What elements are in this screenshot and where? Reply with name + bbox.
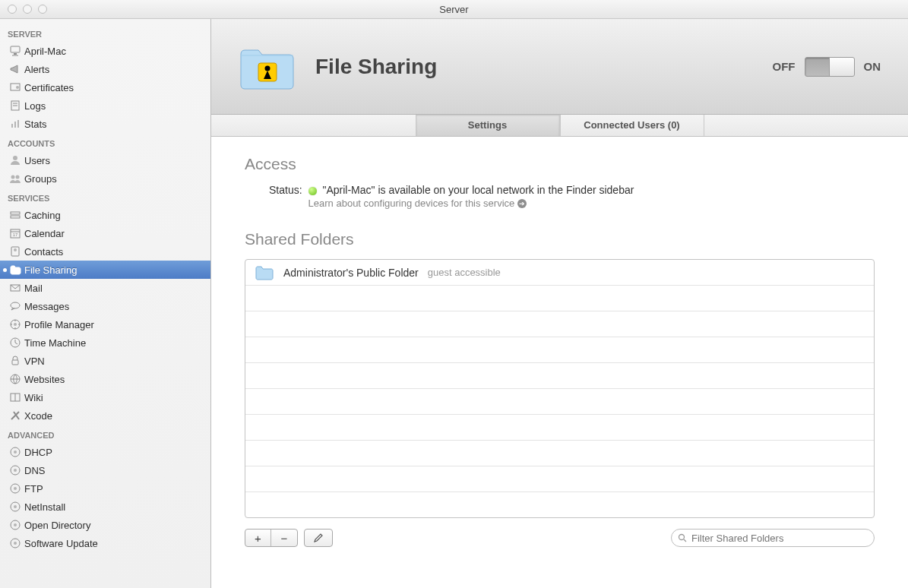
sidebar-item-profile-manager[interactable]: Profile Manager (0, 315, 210, 334)
folder-icon (255, 264, 274, 281)
sidebar-item-software-update[interactable]: Software Update (0, 534, 210, 552)
shared-folder-row-empty[interactable] (245, 492, 874, 517)
sidebar-item-alerts[interactable]: Alerts (0, 60, 210, 78)
sidebar-item-april-mac[interactable]: April-Mac (0, 42, 210, 60)
shared-folder-row-empty[interactable] (245, 363, 874, 389)
shared-folder-row-empty[interactable] (245, 389, 874, 415)
sidebar-item-users[interactable]: Users (0, 151, 210, 169)
content-area: Access Status: "April-Mac" is available … (211, 137, 908, 588)
minimize-icon[interactable] (23, 5, 32, 14)
log-icon (9, 100, 21, 112)
sidebar-item-label: Profile Manager (24, 319, 94, 330)
sidebar-item-certificates[interactable]: Certificates (0, 78, 210, 96)
sidebar-item-label: DHCP (24, 447, 52, 458)
svg-point-13 (16, 175, 20, 179)
sidebar-item-netinstall[interactable]: NetInstall (0, 498, 210, 516)
sidebar-item-dns[interactable]: DNS (0, 461, 210, 479)
sidebar-item-label: Wiki (24, 392, 43, 403)
close-icon[interactable] (8, 5, 17, 14)
file-sharing-icon (239, 43, 296, 90)
sidebar-item-label: April-Mac (24, 46, 66, 57)
zoom-icon[interactable] (38, 5, 47, 14)
service-header: File Sharing OFF ON (211, 19, 908, 115)
sidebar[interactable]: SERVERApril-MacAlertsCertificatesLogsSta… (0, 19, 211, 588)
shared-folders-list[interactable]: Administrator's Public Folderguest acces… (245, 259, 875, 518)
imac-icon (9, 45, 21, 57)
sidebar-item-vpn[interactable]: VPN (0, 352, 210, 370)
sidebar-item-logs[interactable]: Logs (0, 96, 210, 115)
sidebar-item-label: Websites (24, 374, 65, 385)
shared-folder-row-empty[interactable] (245, 466, 874, 492)
shared-folder-row[interactable]: Administrator's Public Folderguest acces… (245, 260, 874, 286)
sidebar-item-label: Calendar (24, 228, 65, 239)
svg-point-39 (14, 523, 17, 526)
dns-icon (9, 464, 21, 476)
sidebar-item-label: VPN (24, 356, 45, 367)
shared-folder-row-empty[interactable] (245, 311, 874, 337)
shared-folder-row-empty[interactable] (245, 415, 874, 441)
remove-button[interactable]: − (271, 530, 297, 546)
sidebar-item-wiki[interactable]: Wiki (0, 388, 210, 406)
tab-settings[interactable]: Settings (416, 115, 560, 136)
folder-name: Administrator's Public Folder (283, 267, 419, 279)
shared-folder-row-empty[interactable] (245, 337, 874, 363)
sidebar-item-label: Contacts (24, 246, 63, 258)
sidebar-item-mail[interactable]: Mail (0, 279, 210, 297)
wiki-icon (9, 391, 21, 403)
caching-icon (9, 209, 21, 221)
svg-text:17: 17 (13, 232, 18, 237)
titlebar[interactable]: Server (0, 0, 908, 19)
sidebar-item-label: DNS (24, 465, 45, 476)
sidebar-item-label: Open Directory (24, 520, 90, 531)
svg-point-43 (265, 65, 271, 71)
dhcp-icon (9, 446, 21, 458)
sidebar-item-contacts[interactable]: Contacts (0, 242, 210, 261)
add-button[interactable]: + (245, 530, 271, 546)
svg-rect-14 (11, 212, 20, 214)
sidebar-item-websites[interactable]: Websites (0, 370, 210, 388)
add-remove-segment: + − (245, 529, 298, 547)
shared-folder-row-empty[interactable] (245, 286, 874, 311)
status-label: Status: (269, 184, 302, 196)
sidebar-item-label: Certificates (24, 82, 74, 93)
list-actions: + − (245, 529, 875, 547)
sidebar-section-header: SERVER (0, 24, 210, 42)
svg-point-41 (14, 542, 17, 545)
sidebar-item-open-directory[interactable]: Open Directory (0, 516, 210, 534)
svg-rect-0 (11, 46, 20, 52)
sidebar-item-label: Logs (24, 100, 46, 112)
shared-folder-row-empty[interactable] (245, 441, 874, 466)
filter-input[interactable] (690, 532, 868, 545)
od-icon (9, 519, 21, 531)
access-heading: Access (245, 155, 875, 173)
sidebar-item-groups[interactable]: Groups (0, 169, 210, 188)
sidebar-item-xcode[interactable]: Xcode (0, 406, 210, 425)
sidebar-item-dhcp[interactable]: DHCP (0, 443, 210, 461)
learn-link[interactable]: Learn about configuring devices for this… (308, 198, 634, 209)
fileshare-icon (9, 264, 21, 276)
sidebar-item-ftp[interactable]: FTP (0, 479, 210, 498)
ftp-icon (9, 482, 21, 495)
tab-connected-users-0-[interactable]: Connected Users (0) (560, 115, 704, 136)
edit-button[interactable] (304, 529, 333, 547)
sidebar-item-stats[interactable]: Stats (0, 115, 210, 133)
web-icon (9, 373, 21, 385)
svg-line-45 (684, 539, 686, 542)
sidebar-item-caching[interactable]: Caching (0, 206, 210, 224)
svg-point-12 (11, 175, 15, 179)
filter-field[interactable] (671, 529, 875, 547)
window-controls[interactable] (0, 5, 47, 14)
sidebar-item-messages[interactable]: Messages (0, 297, 210, 315)
sidebar-item-file-sharing[interactable]: File Sharing (0, 261, 210, 279)
megaphone-icon (9, 63, 21, 75)
sidebar-item-label: FTP (24, 483, 43, 495)
svg-point-31 (14, 450, 17, 454)
sidebar-item-label: Messages (24, 301, 69, 312)
svg-point-44 (679, 535, 685, 540)
toggle-on-label: ON (864, 60, 881, 73)
sidebar-item-calendar[interactable]: 17Calendar (0, 224, 210, 242)
on-off-switch[interactable] (805, 57, 855, 77)
sidebar-item-label: Stats (24, 119, 47, 130)
sidebar-item-label: Xcode (24, 410, 52, 422)
sidebar-item-time-machine[interactable]: Time Machine (0, 334, 210, 352)
